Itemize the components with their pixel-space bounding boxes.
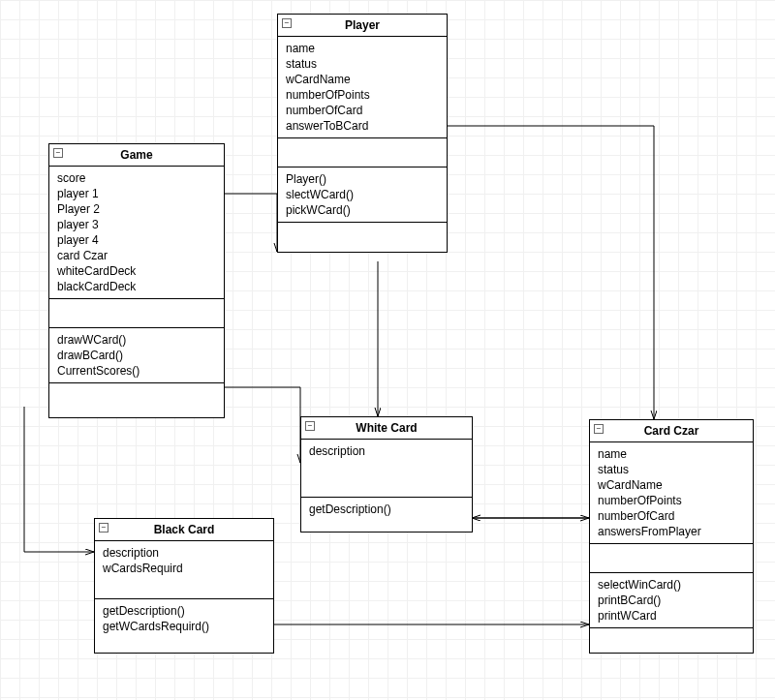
operations-section: Player() slectWCard() pickWCard() [278,167,447,223]
class-black-card[interactable]: − Black Card description wCardsRequird g… [94,518,274,654]
attr: Player 2 [57,201,216,217]
class-player[interactable]: − Player name status wCardName numberOfP… [277,14,448,253]
spacer-section [590,544,753,573]
op: slectWCard() [286,187,439,202]
op: getWCardsRequird() [103,619,265,634]
attr: answerToBCard [286,118,439,134]
op: selectWinCard() [598,577,745,593]
op: Player() [286,171,439,187]
op: getDescription() [309,502,464,517]
title-text: Card Czar [644,424,699,438]
attr: player 1 [57,186,216,201]
attr: whiteCardDeck [57,263,216,279]
attr: description [103,545,265,561]
operations-section: selectWinCard() printBCard() printWCard [590,573,753,628]
attr: status [286,56,439,72]
title-text: Game [120,148,152,162]
operations-section: getDescription() [301,498,472,532]
collapse-icon[interactable]: − [99,523,108,533]
attr: numberOfPoints [598,493,745,508]
collapse-icon[interactable]: − [305,421,315,431]
title-text: Black Card [154,523,215,536]
class-title: − Game [49,144,224,167]
op: drawBCard() [57,348,216,363]
attr: card Czar [57,248,216,263]
attributes-section: name status wCardName numberOfPoints num… [590,442,753,544]
spacer-section [590,628,753,653]
class-title: − Card Czar [590,420,753,442]
attr: status [598,462,745,477]
attributes-section: score player 1 Player 2 player 3 player … [49,167,224,299]
collapse-icon[interactable]: − [53,148,63,158]
class-white-card[interactable]: − White Card description getDescription(… [300,416,473,533]
op: drawWCard() [57,332,216,348]
attr: numberOfCard [286,103,439,118]
spacer-section [278,138,447,167]
attr: player 3 [57,217,216,232]
op: getDescription() [103,603,265,619]
spacer-section [278,223,447,252]
attr: numberOfPoints [286,87,439,103]
op: pickWCard() [286,202,439,218]
spacer-section [49,383,224,417]
attr: blackCardDeck [57,279,216,294]
operations-section: getDescription() getWCardsRequird() [95,599,273,653]
class-title: − White Card [301,417,472,440]
attributes-section: description [301,440,472,498]
attr: player 4 [57,232,216,248]
title-text: Player [345,18,380,32]
class-title: − Black Card [95,519,273,541]
collapse-icon[interactable]: − [594,424,604,434]
attr: wCardsRequird [103,561,265,576]
class-card-czar[interactable]: − Card Czar name status wCardName number… [589,419,754,654]
attr: name [286,41,439,56]
collapse-icon[interactable]: − [282,18,292,28]
attributes-section: description wCardsRequird [95,541,273,599]
op: printBCard() [598,593,745,608]
title-text: White Card [356,421,417,435]
op: CurrentScores() [57,363,216,379]
attr: wCardName [598,477,745,493]
attr: description [309,443,464,459]
attr: name [598,446,745,462]
operations-section: drawWCard() drawBCard() CurrentScores() [49,328,224,383]
attr: score [57,170,216,186]
op: printWCard [598,608,745,624]
attr: answersFromPlayer [598,524,745,539]
class-title: − Player [278,15,447,37]
class-game[interactable]: − Game score player 1 Player 2 player 3 … [48,143,225,418]
attributes-section: name status wCardName numberOfPoints num… [278,37,447,138]
attr: numberOfCard [598,508,745,524]
spacer-section [49,299,224,328]
attr: wCardName [286,72,439,87]
